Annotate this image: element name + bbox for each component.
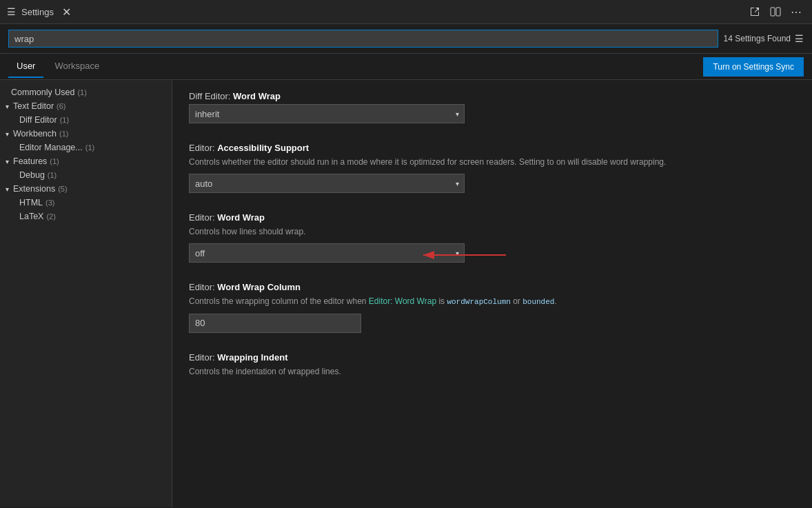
setting-diff-editor-word-wrap: Diff Editor: Word Wrap inherit off on wo… (189, 91, 795, 123)
commonly-used-label: Commonly Used (11, 88, 74, 97)
main-layout: Commonly Used (1) ▾ Text Editor (6) Diff… (0, 80, 812, 507)
accessibility-support-select-wrapper: auto off on ▾ (189, 174, 465, 193)
word-wrap-title-bold: Word Wrap (217, 212, 265, 223)
accessibility-support-title: Editor: Accessibility Support (189, 143, 795, 153)
sidebar-item-text-editor[interactable]: ▾ Text Editor (6) (0, 99, 172, 113)
diff-editor-label: Diff Editor (19, 115, 57, 125)
diff-editor-word-wrap-title: Diff Editor: Word Wrap (189, 91, 795, 101)
word-wrap-link[interactable]: Editor: Word Wrap (369, 296, 436, 306)
word-wrap-column-code2: bounded (522, 298, 554, 306)
word-wrap-column-title: Editor: Word Wrap Column (189, 282, 795, 292)
editor-word-wrap-desc: Controls how lines should wrap. (189, 225, 795, 238)
wrapping-indent-prefix: Editor: (189, 352, 217, 363)
chevron-down-icon: ▾ (6, 103, 9, 110)
setting-word-wrap-column: Editor: Word Wrap Column Controls the wr… (189, 282, 795, 333)
html-count: (3) (45, 199, 54, 207)
title-bar: ☰ Settings ✕ ⋯ (0, 0, 812, 24)
chevron-down-icon-extensions: ▾ (6, 185, 9, 193)
wrapping-indent-desc: Controls the indentation of wrapped line… (189, 365, 795, 378)
sidebar-item-html[interactable]: HTML (3) (0, 196, 172, 210)
sidebar-item-diff-editor[interactable]: Diff Editor (1) (0, 113, 172, 127)
editor-word-wrap-select[interactable]: off on wordWrapColumn bounded (189, 243, 465, 263)
search-results: 14 Settings Found ☰ (724, 33, 804, 44)
workbench-label: Workbench (13, 129, 57, 139)
commonly-used-count: (1) (77, 88, 86, 96)
wrapping-indent-bold: Wrapping Indent (217, 352, 287, 363)
diff-word-wrap-select-wrapper: inherit off on wordWrapColumn bounded ▾ (189, 104, 465, 123)
sidebar-item-commonly-used[interactable]: Commonly Used (1) (0, 85, 172, 99)
word-wrap-title-prefix: Editor: (189, 212, 217, 223)
setting-editor-word-wrap: Editor: Word Wrap Controls how lines sho… (189, 212, 795, 263)
sidebar-item-features[interactable]: ▾ Features (1) (0, 154, 172, 168)
word-wrap-column-code1: wordWrapColumn (447, 298, 510, 306)
search-results-text: 14 Settings Found (724, 34, 791, 43)
sidebar-item-editor-manage[interactable]: Editor Manage... (1) (0, 141, 172, 154)
extensions-label: Extensions (13, 184, 55, 194)
tab-title: Settings (21, 7, 54, 17)
tab-workspace[interactable]: Workspace (46, 55, 108, 78)
sidebar-item-latex[interactable]: LaTeX (2) (0, 210, 172, 223)
word-wrap-col-bold: Word Wrap Column (217, 282, 301, 292)
diff-title-prefix: Diff Editor: (189, 91, 233, 101)
search-input[interactable] (8, 30, 718, 48)
extensions-count: (5) (58, 185, 67, 193)
accessibility-support-select[interactable]: auto off on (189, 174, 465, 193)
debug-count: (1) (48, 171, 57, 179)
editor-word-wrap-title: Editor: Word Wrap (189, 212, 795, 223)
sidebar: Commonly Used (1) ▾ Text Editor (6) Diff… (0, 80, 172, 507)
svg-rect-0 (771, 8, 775, 16)
setting-wrapping-indent: Editor: Wrapping Indent Controls the ind… (189, 352, 795, 378)
sidebar-item-extensions[interactable]: ▾ Extensions (5) (0, 182, 172, 196)
word-wrap-column-desc: Controls the wrapping column of the edit… (189, 295, 795, 308)
debug-label: Debug (19, 170, 45, 180)
chevron-down-icon-workbench: ▾ (6, 130, 9, 138)
editor-manage-count: (1) (85, 143, 94, 152)
accessibility-title-bold: Accessibility Support (217, 143, 309, 153)
features-label: Features (13, 156, 47, 166)
menu-icon[interactable]: ☰ (7, 6, 16, 17)
tab-user[interactable]: User (8, 55, 43, 78)
diff-title-bold: Word Wrap (233, 91, 281, 101)
editor-word-wrap-select-wrapper: off on wordWrapColumn bounded ▾ (189, 243, 465, 263)
setting-accessibility-support: Editor: Accessibility Support Controls w… (189, 143, 795, 193)
svg-rect-1 (776, 8, 780, 16)
content-area: Diff Editor: Word Wrap inherit off on wo… (172, 80, 812, 507)
diff-editor-count: (1) (60, 116, 69, 124)
editor-manage-label: Editor Manage... (19, 143, 83, 152)
sidebar-item-workbench[interactable]: ▾ Workbench (1) (0, 127, 172, 141)
text-editor-count: (6) (57, 102, 65, 110)
filter-icon[interactable]: ☰ (795, 33, 804, 44)
text-editor-label: Text Editor (13, 101, 54, 111)
chevron-down-icon-features: ▾ (6, 158, 9, 165)
title-bar-actions: ⋯ (746, 3, 805, 21)
split-editor-icon[interactable] (767, 3, 784, 21)
wrapping-indent-title: Editor: Wrapping Indent (189, 352, 795, 363)
html-label: HTML (19, 198, 43, 207)
accessibility-title-prefix: Editor: (189, 143, 217, 153)
more-actions-icon[interactable]: ⋯ (787, 3, 805, 21)
sync-button[interactable]: Turn on Settings Sync (703, 57, 804, 77)
word-wrap-column-input[interactable] (189, 314, 361, 333)
tabs-row: User Workspace Turn on Settings Sync (0, 54, 812, 80)
accessibility-support-desc: Controls whether the editor should run i… (189, 156, 795, 168)
workbench-count: (1) (59, 130, 68, 138)
search-bar: 14 Settings Found ☰ (0, 24, 812, 54)
diff-word-wrap-select[interactable]: inherit off on wordWrapColumn bounded (189, 104, 465, 123)
open-editor-icon[interactable] (746, 3, 764, 21)
close-tab-button[interactable]: ✕ (61, 6, 73, 18)
latex-count: (2) (46, 212, 55, 221)
word-wrap-select-container: off on wordWrapColumn bounded ▾ (189, 243, 465, 263)
word-wrap-col-prefix: Editor: (189, 282, 217, 292)
latex-label: LaTeX (19, 212, 43, 221)
sidebar-item-debug[interactable]: Debug (1) (0, 168, 172, 182)
features-count: (1) (50, 157, 59, 165)
